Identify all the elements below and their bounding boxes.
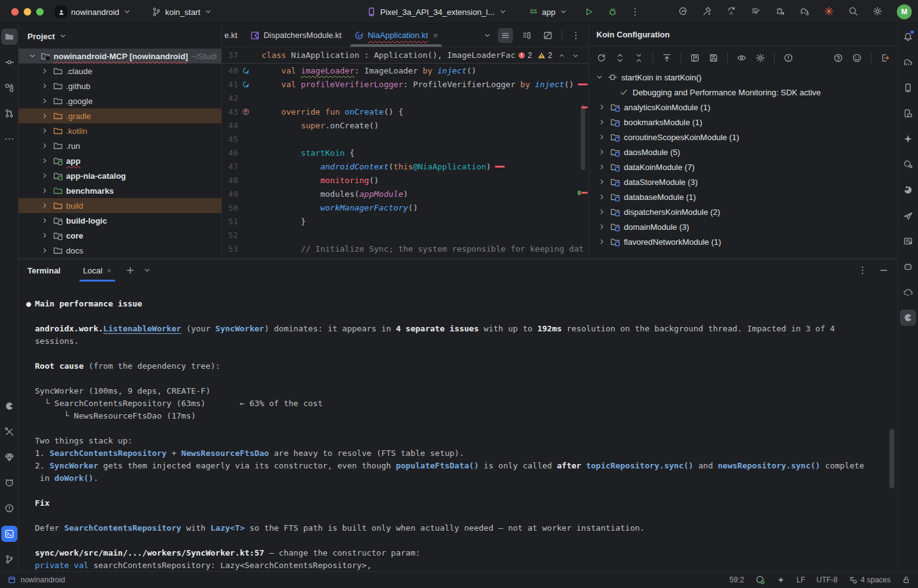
chevron-right-icon[interactable] <box>598 148 606 156</box>
tree-item-build-logic[interactable]: build-logic <box>19 213 221 228</box>
chevron-right-icon[interactable] <box>598 222 606 231</box>
indent-setting[interactable]: 4 spaces <box>849 576 891 584</box>
code-line-48[interactable]: 48 monitoring() <box>222 173 588 187</box>
koin-report-book-button[interactable] <box>690 53 700 63</box>
warning-badge[interactable]: 2 <box>537 51 552 60</box>
editor-tab-dispatchersmodule-kt[interactable]: DispatchersModule.kt <box>244 24 348 47</box>
chevron-right-icon[interactable] <box>40 231 50 240</box>
tool-structure-shapes-button[interactable] <box>1 80 17 96</box>
terminal-scrollbar[interactable] <box>889 429 894 488</box>
code-line-46[interactable]: 46 startKoin { <box>222 146 588 159</box>
tree-item-app-nia-catalog[interactable]: app-nia-catalog <box>19 168 221 183</box>
tool-project-folder-button[interactable] <box>1 29 17 45</box>
koin-sdk-status[interactable]: Debugging and Performance Monitoring: SD… <box>589 85 897 100</box>
koin-module-datastoremodule[interactable]: dataStoreModule (3) <box>589 174 897 189</box>
editor-tab-e-kt[interactable]: e.kt <box>222 24 244 47</box>
tool-pacman-button[interactable] <box>1 398 17 414</box>
tree-item-nowinandroid-mcp-nowinandroid-[interactable]: nowinandroid-MCP [nowinandroid] ~/Studi <box>19 49 221 64</box>
chevron-right-icon[interactable] <box>40 111 50 120</box>
error-stripe-mark[interactable] <box>581 192 588 194</box>
minimize-window-button[interactable] <box>24 8 31 16</box>
koin-sep-button[interactable] <box>774 52 775 64</box>
code-line-49[interactable]: 49 modules(appModule) <box>222 187 588 201</box>
tree-item--kotlin[interactable]: .kotlin <box>19 123 221 138</box>
koin-warn-circle-button[interactable] <box>783 53 793 63</box>
code-line-51[interactable]: 51 } <box>222 214 588 228</box>
code-line-44[interactable]: 44 super.onCreate() <box>222 118 588 132</box>
tool-pull-request-button[interactable] <box>1 105 17 121</box>
koin-module-coroutinescopeskoinmodule[interactable]: coroutineScopesKoinModule (1) <box>589 130 897 145</box>
statusbar-project[interactable]: nowinandroid <box>21 576 65 584</box>
caret-position[interactable]: 59:2 <box>730 576 744 584</box>
tool-bell-button[interactable] <box>900 29 916 45</box>
koin-gear-button[interactable] <box>755 53 765 63</box>
change-stripe-mark[interactable] <box>578 191 581 195</box>
project-widget[interactable]: nowinandroid <box>55 0 131 24</box>
device-selector[interactable]: Pixel_3a_API_34_extension_l... <box>380 7 495 17</box>
tree-item-core[interactable]: core <box>19 228 221 243</box>
file-encoding[interactable]: UTF-8 <box>816 576 838 584</box>
next-issue-icon[interactable] <box>571 52 580 60</box>
koin-root-startkoin[interactable]: startKoin in startKoin() <box>589 70 897 85</box>
koin-sep-button[interactable] <box>681 52 681 64</box>
tool-chat-target-button[interactable] <box>900 156 916 173</box>
chevron-right-icon[interactable] <box>598 103 606 111</box>
user-avatar[interactable]: M <box>897 4 912 19</box>
koin-save-button[interactable] <box>709 53 719 63</box>
chevron-right-icon[interactable] <box>598 163 606 171</box>
chevron-right-icon[interactable] <box>40 246 50 255</box>
terminal-output[interactable]: ●Main performance issueandroidx.work.Lis… <box>19 282 897 572</box>
koin-module-domainmodule[interactable]: domainModule (3) <box>589 219 897 234</box>
tool-gem-button[interactable] <box>1 449 17 465</box>
error-stripe-mark[interactable] <box>581 107 588 108</box>
tool-running-devices-button[interactable] <box>900 105 916 121</box>
koin-export-up-button[interactable] <box>662 53 672 63</box>
koin-module-dispatcherskoinmodule[interactable]: dispatchersKoinModule (2) <box>589 204 897 219</box>
chevron-right-icon[interactable] <box>40 97 50 105</box>
tree-item-app[interactable]: app <box>19 153 221 168</box>
chevron-right-icon[interactable] <box>40 141 50 150</box>
chevron-right-icon[interactable] <box>40 156 50 165</box>
swirl-button[interactable] <box>678 6 688 18</box>
editor-tab-niaapplication-kt[interactable]: kNiaApplication.kt× <box>348 24 444 47</box>
starburst-button[interactable] <box>824 6 834 18</box>
tool-crossed-tools-button[interactable] <box>1 424 17 440</box>
editor-options-icon[interactable] <box>568 28 583 43</box>
tool-commit-node-button[interactable] <box>1 54 17 70</box>
tool-notes-card-button[interactable] <box>900 233 916 249</box>
split-view-button[interactable] <box>519 28 534 43</box>
code-line-41[interactable]: 41 val profileVerifierLogger: ProfileVer… <box>222 77 588 91</box>
tool-robot-button[interactable] <box>900 258 916 275</box>
tool-paper-plane-button[interactable] <box>900 207 916 224</box>
minimize-panel-icon[interactable] <box>879 265 889 275</box>
tool-cat-button[interactable] <box>1 475 17 491</box>
list-view-button[interactable] <box>498 28 513 43</box>
bug-attach-button[interactable] <box>775 6 785 18</box>
tree-item-docs[interactable]: docs <box>19 243 221 258</box>
code-line-43[interactable]: 43 override fun onCreate() { <box>222 105 588 118</box>
tree-item--run[interactable]: .run <box>19 138 221 153</box>
tree-item--claude[interactable]: .claude <box>19 64 221 78</box>
tree-item--github[interactable]: .github <box>19 78 221 93</box>
chevron-down-icon[interactable] <box>27 52 37 60</box>
run-configuration[interactable]: app <box>542 7 556 17</box>
chevron-down-icon[interactable] <box>143 266 151 275</box>
previous-issue-icon[interactable] <box>558 52 566 60</box>
tool-terminal-box-button[interactable] <box>1 526 17 542</box>
code-line-42[interactable]: 42 <box>222 91 588 105</box>
chevron-down-icon[interactable] <box>595 73 604 82</box>
koin-refresh-button[interactable] <box>596 53 606 63</box>
koin-exit-door-button[interactable] <box>880 53 890 63</box>
tool-device-phone-button[interactable] <box>900 80 916 96</box>
code-line-45[interactable]: 45 <box>222 132 588 146</box>
koin-help-button[interactable] <box>833 53 843 63</box>
koin-sep-button[interactable] <box>871 52 871 64</box>
chevron-right-icon[interactable] <box>40 82 50 90</box>
vcs-branch-widget[interactable]: koin_start <box>151 0 213 24</box>
chevron-right-icon[interactable] <box>40 186 50 195</box>
search-button[interactable] <box>848 6 858 18</box>
chevron-right-icon[interactable] <box>598 237 606 246</box>
sparkle-icon[interactable] <box>777 576 785 584</box>
koin-collapse-all-button[interactable] <box>634 53 644 63</box>
code-line-40[interactable]: 40 val imageLoader: ImageLoader by injec… <box>222 64 588 77</box>
